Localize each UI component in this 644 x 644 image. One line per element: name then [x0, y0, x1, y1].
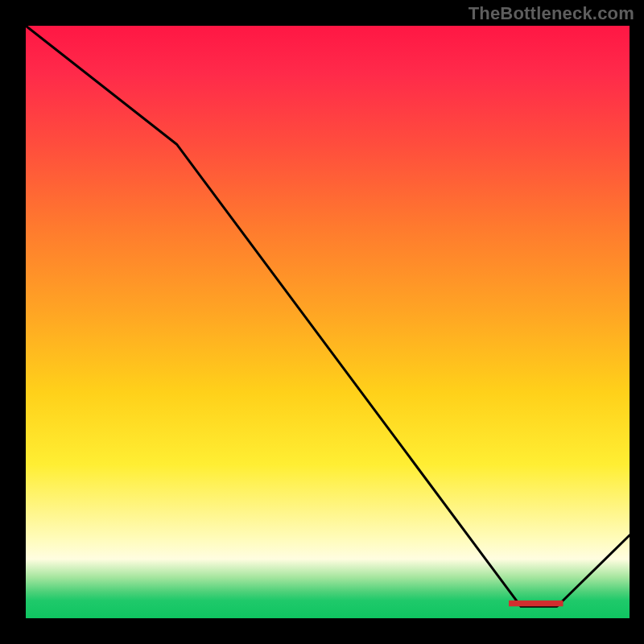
line-overlay	[26, 26, 630, 618]
bottleneck-curve	[26, 26, 630, 606]
watermark-text: TheBottleneck.com	[469, 3, 634, 24]
plot-area	[26, 26, 630, 618]
optimal-range-marker	[509, 601, 564, 606]
chart-frame: TheBottleneck.com	[0, 0, 644, 644]
